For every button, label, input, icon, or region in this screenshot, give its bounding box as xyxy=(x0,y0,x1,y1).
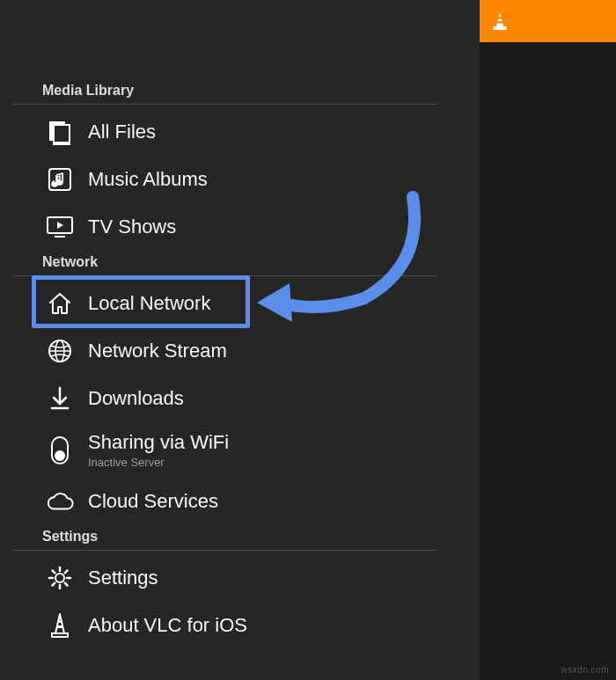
toggle-off-icon xyxy=(46,436,74,464)
svg-marker-7 xyxy=(57,222,63,229)
svg-rect-18 xyxy=(58,620,62,623)
sidebar-item-all-files[interactable]: All Files xyxy=(0,108,480,156)
globe-icon xyxy=(46,337,74,365)
sidebar-item-label: All Files xyxy=(88,121,156,143)
watermark: wsxdn.com xyxy=(561,665,609,675)
sidebar-item-sharing-wifi[interactable]: Sharing via WiFi Inactive Server xyxy=(0,422,480,478)
svg-point-5 xyxy=(58,180,62,184)
sidebar-item-settings[interactable]: Settings xyxy=(0,554,480,602)
svg-point-16 xyxy=(55,574,64,582)
svg-marker-21 xyxy=(496,12,503,26)
sidebar-item-label: Sharing via WiFi xyxy=(88,431,229,454)
content-area xyxy=(480,0,616,680)
divider xyxy=(12,275,437,276)
section-header-media-library: Media Library xyxy=(0,83,480,104)
sidebar-item-label: Network Stream xyxy=(88,340,227,362)
svg-rect-23 xyxy=(497,21,502,24)
sidebar-item-about[interactable]: About VLC for iOS xyxy=(0,602,480,649)
svg-rect-22 xyxy=(498,17,502,19)
vlc-cone-icon xyxy=(46,611,74,640)
section-header-settings: Settings xyxy=(0,529,480,550)
header-bar xyxy=(480,0,616,42)
sidebar-item-label: Music Albums xyxy=(88,168,208,191)
sidebar-item-sublabel: Inactive Server xyxy=(88,456,229,469)
cloud-icon xyxy=(46,487,74,515)
sidebar-item-label: Cloud Services xyxy=(88,490,218,513)
sidebar-item-label: TV Shows xyxy=(88,216,176,238)
svg-rect-19 xyxy=(57,625,63,628)
svg-point-15 xyxy=(55,450,65,461)
sidebar-item-network-stream[interactable]: Network Stream xyxy=(0,327,480,375)
section-header-network: Network xyxy=(0,254,480,275)
home-icon xyxy=(46,289,74,318)
sidebar-item-cloud-services[interactable]: Cloud Services xyxy=(0,478,480,525)
download-icon xyxy=(46,384,74,413)
svg-rect-2 xyxy=(54,125,70,143)
divider xyxy=(12,550,437,551)
sidebar-item-local-network[interactable]: Local Network xyxy=(0,280,480,327)
vlc-logo-icon xyxy=(492,11,508,31)
svg-marker-24 xyxy=(493,26,507,30)
divider xyxy=(12,104,437,105)
sidebar: Media Library All Files Music Albums xyxy=(0,0,480,680)
gear-icon xyxy=(46,564,74,592)
svg-marker-17 xyxy=(55,614,64,633)
all-files-icon xyxy=(46,118,74,146)
tv-shows-icon xyxy=(46,213,74,241)
sidebar-item-music-albums[interactable]: Music Albums xyxy=(0,156,480,203)
sidebar-item-label: Settings xyxy=(88,567,158,589)
music-albums-icon xyxy=(46,165,74,194)
sidebar-item-tv-shows[interactable]: TV Shows xyxy=(0,203,480,251)
sidebar-item-label: Downloads xyxy=(88,387,184,410)
sidebar-item-downloads[interactable]: Downloads xyxy=(0,375,480,422)
sidebar-item-label: About VLC for iOS xyxy=(88,614,247,637)
svg-rect-20 xyxy=(52,633,68,637)
sidebar-item-label: Local Network xyxy=(88,292,210,315)
